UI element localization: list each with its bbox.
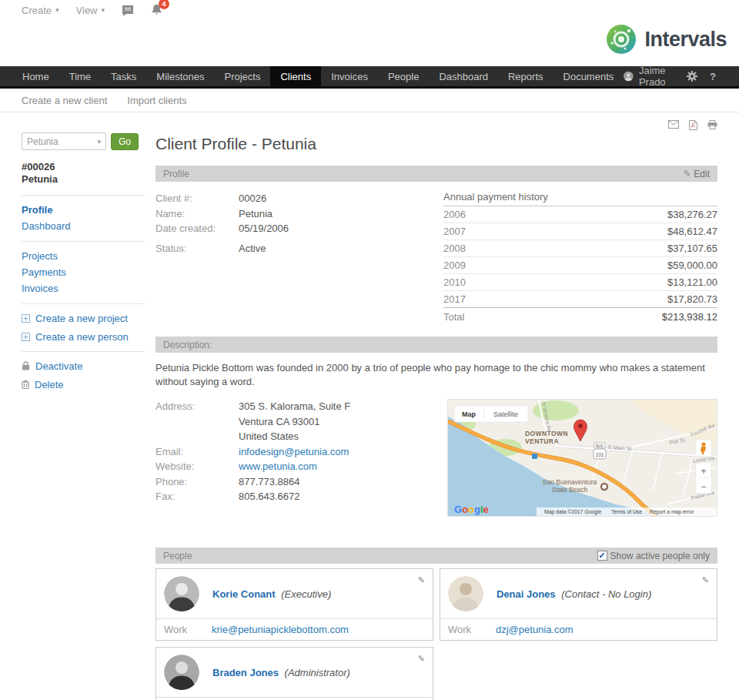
satellite-button: Satellite: [493, 410, 518, 418]
delete-label: Delete: [35, 379, 64, 390]
person-role: (Executive): [281, 588, 331, 600]
settings-gear-icon[interactable]: [687, 71, 697, 82]
email-link[interactable]: infodesign@petunia.com: [239, 444, 349, 460]
address-value: 305 S. Kalorama, Suite F Ventura CA 9300…: [239, 399, 350, 444]
intervals-logo: Intervals: [605, 23, 727, 55]
import-clients-link[interactable]: Import clients: [127, 95, 186, 106]
edit-label: Edit: [694, 169, 710, 179]
avatar: [164, 576, 199, 611]
show-active-people-checkbox[interactable]: ✓: [597, 551, 607, 561]
divider: [22, 195, 145, 196]
person-email-link[interactable]: dzj@petunia.com: [496, 624, 573, 635]
nav-item-projects[interactable]: Projects: [214, 66, 270, 86]
person-name-link[interactable]: Korie Conant: [212, 588, 276, 600]
intervals-logo-icon: [605, 23, 637, 55]
create-new-project-label: Create a new project: [35, 313, 128, 324]
sidebar-item-profile[interactable]: Profile: [22, 204, 145, 216]
edit-person-icon[interactable]: ✎: [418, 654, 425, 664]
field-label: Name:: [155, 206, 239, 222]
field-label: Phone:: [155, 474, 239, 490]
description-section-header: Description:: [155, 337, 717, 353]
payment-row: 2017$17,820.73: [443, 291, 717, 308]
map-label-beach: San Buenaventura: [543, 478, 597, 486]
sidebar-item-projects[interactable]: Projects: [22, 250, 145, 263]
person-role: (Administrator): [285, 667, 350, 678]
nav-item-invoices[interactable]: Invoices: [321, 66, 378, 86]
main-panel: Client Profile - Petunia Profile ✎ Edit …: [155, 117, 717, 700]
sidebar-item-dashboard[interactable]: Dashboard: [22, 220, 145, 233]
nav-item-clients[interactable]: Clients: [270, 66, 321, 86]
chevron-down-icon: ▾: [55, 6, 59, 14]
edit-profile-button[interactable]: ✎ Edit: [684, 169, 710, 179]
create-menu[interactable]: Create ▾: [22, 5, 59, 16]
avatar: [448, 576, 483, 611]
payment-row: 2008$37,107.65: [443, 240, 717, 257]
create-new-person-link[interactable]: Create a new person: [22, 331, 145, 343]
create-new-client-link[interactable]: Create a new client: [22, 95, 107, 106]
map-zoom-control[interactable]: + −: [696, 463, 711, 494]
person-email-link[interactable]: krie@petuniapicklebottom.com: [212, 624, 349, 635]
annual-payment-history: Annual payment history 2006$38,276.27 20…: [443, 191, 717, 326]
notifications-bell-icon[interactable]: 4: [151, 4, 162, 16]
subnav: Create a new client Import clients: [0, 89, 739, 112]
field-label: Address:: [155, 399, 239, 444]
divider: [22, 303, 145, 304]
map-label-downtown: DOWNTOWN: [525, 430, 568, 437]
svg-text:BUS: BUS: [596, 444, 603, 448]
sidebar-item-payments[interactable]: Payments: [22, 266, 145, 279]
svg-text:State Beach: State Beach: [552, 486, 588, 494]
sidebar-item-invoices[interactable]: Invoices: [22, 283, 145, 295]
person-card-denai-jones: Denai Jones (Contact - No Login) ✎ Work …: [440, 568, 717, 641]
map-beach-poi-icon: [601, 484, 607, 490]
map-transit-icon: [532, 454, 537, 459]
go-button[interactable]: Go: [111, 133, 139, 150]
svg-text:101: 101: [596, 452, 604, 457]
map-report-error-link[interactable]: Report a map error: [650, 509, 694, 515]
edit-person-icon[interactable]: ✎: [418, 575, 425, 585]
deactivate-label: Deactivate: [35, 360, 82, 372]
nav-item-dashboard[interactable]: Dashboard: [429, 66, 498, 86]
nav-item-home[interactable]: Home: [12, 66, 59, 86]
person-name-link[interactable]: Denai Jones: [497, 588, 556, 600]
person-contact-row: Work krie@petuniapicklebottom.com: [156, 618, 433, 640]
map-type-control[interactable]: Map Satellite: [454, 406, 528, 422]
delete-link[interactable]: Delete: [22, 379, 145, 390]
fax-value: 805.643.6672: [239, 489, 300, 504]
nav-item-tasks[interactable]: Tasks: [101, 66, 146, 86]
deactivate-link[interactable]: Deactivate: [22, 360, 145, 372]
nav-item-documents[interactable]: Documents: [553, 66, 624, 86]
nav-item-time[interactable]: Time: [59, 66, 101, 86]
google-map[interactable]: DOWNTOWN VENTURA E Main St Poli St Footh…: [447, 399, 717, 517]
view-menu[interactable]: View ▾: [76, 5, 105, 16]
show-active-people-filter: ✓ Show active people only: [597, 551, 710, 561]
nav-item-milestones[interactable]: Milestones: [146, 66, 214, 86]
people-section-header: People ✓ Show active people only: [155, 548, 717, 564]
divider: [22, 351, 145, 352]
client-number: #00026: [22, 161, 145, 173]
svg-text:VENTURA: VENTURA: [525, 437, 559, 445]
client-name: Petunia: [22, 173, 145, 186]
user-menu[interactable]: Jaime Prado: [624, 65, 674, 88]
create-new-project-link[interactable]: Create a new project: [22, 313, 145, 324]
person-card-braden-jones: Braden Jones (Administrator) ✎ Work Addr…: [155, 647, 433, 700]
map-attribution: Map data ©2017 Google: [544, 509, 601, 515]
notes-icon[interactable]: [122, 5, 134, 16]
pdf-export-icon[interactable]: [689, 120, 697, 130]
nav-item-people[interactable]: People: [378, 66, 429, 86]
street-view-pegman[interactable]: [696, 440, 711, 457]
print-icon[interactable]: [707, 120, 717, 130]
edit-person-icon[interactable]: ✎: [702, 575, 709, 585]
website-link[interactable]: www.petunia.com: [239, 459, 317, 474]
profile-section-header: Profile ✎ Edit: [155, 166, 717, 182]
view-menu-label: View: [76, 5, 98, 16]
client-select[interactable]: Petunia ▾: [22, 132, 106, 150]
phone-value: 877.773.8864: [239, 474, 300, 490]
plus-square-icon: [22, 314, 30, 323]
email-icon[interactable]: [668, 120, 679, 130]
person-name-link[interactable]: Braden Jones: [212, 667, 279, 678]
main-navigation: Home Time Tasks Milestones Projects Clie…: [0, 66, 739, 89]
map-terms-link[interactable]: Terms of Use: [611, 509, 642, 514]
nav-item-reports[interactable]: Reports: [498, 66, 553, 86]
avatar: [164, 655, 199, 690]
help-button[interactable]: ?: [710, 71, 716, 82]
